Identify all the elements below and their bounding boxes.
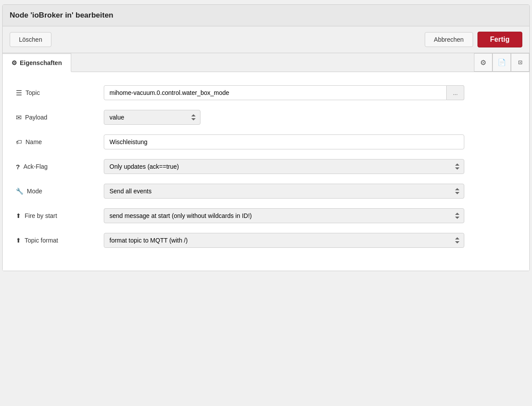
format-select[interactable]: format topic to MQTT (with /) use ioBrok… — [104, 233, 464, 248]
fire-control: send message at start (only without wild… — [104, 208, 464, 223]
tab-icon-note-button[interactable]: 📄 — [492, 53, 511, 72]
payload-row: Payload value JSON Buffer String — [16, 110, 516, 125]
ack-icon: ? — [16, 163, 20, 170]
mode-label: 🔧 Mode — [16, 188, 104, 195]
tab-properties[interactable]: Eigenschaften — [3, 53, 71, 72]
ack-select[interactable]: Only updates (ack==true) All changes All… — [104, 159, 464, 174]
tab-properties-label: Eigenschaften — [20, 59, 62, 66]
topic-icon — [16, 89, 22, 97]
fire-label-text: Fire by start — [25, 212, 57, 219]
format-row: ⬆ Topic format format topic to MQTT (wit… — [16, 233, 516, 248]
tab-icon-frame-button[interactable]: ⊡ — [511, 53, 529, 72]
toolbar: Löschen Abbrechen Fertig — [3, 26, 529, 53]
ack-label: ? Ack-Flag — [16, 163, 104, 170]
name-row: 🏷 Name — [16, 134, 516, 149]
mode-label-text: Mode — [27, 188, 42, 195]
tab-gear-icon — [480, 58, 486, 67]
mode-control: Send all events Send only changes Send o… — [104, 184, 464, 199]
tab-frame-icon: ⊡ — [518, 58, 522, 66]
ack-row: ? Ack-Flag Only updates (ack==true) All … — [16, 159, 516, 174]
topic-control: ... — [104, 85, 464, 100]
name-label: 🏷 Name — [16, 138, 104, 145]
title-bar: Node 'ioBroker in' bearbeiten — [3, 5, 529, 26]
mode-row: 🔧 Mode Send all events Send only changes… — [16, 184, 516, 199]
ack-control: Only updates (ack==true) All changes All… — [104, 159, 464, 174]
tab-properties-gear-icon — [11, 59, 17, 66]
payload-label: Payload — [16, 113, 104, 122]
ack-label-text: Ack-Flag — [23, 163, 47, 170]
payload-label-text: Payload — [25, 114, 47, 121]
topic-input[interactable] — [104, 85, 447, 100]
fire-select[interactable]: send message at start (only without wild… — [104, 208, 464, 223]
topic-browse-button[interactable]: ... — [447, 85, 464, 100]
dialog-title: Node 'ioBroker in' bearbeiten — [10, 11, 522, 20]
format-control: format topic to MQTT (with /) use ioBrok… — [104, 233, 464, 248]
name-label-text: Name — [26, 138, 42, 145]
mode-select[interactable]: Send all events Send only changes Send o… — [104, 184, 464, 199]
fire-row: ⬆ Fire by start send message at start (o… — [16, 208, 516, 223]
mode-icon: 🔧 — [16, 188, 23, 195]
form-area: Topic ... Payload value JSON Buffer S — [3, 72, 529, 271]
payload-icon — [16, 113, 22, 122]
topic-label: Topic — [16, 89, 104, 97]
tabs-bar: Eigenschaften 📄 ⊡ — [3, 53, 529, 72]
done-button[interactable]: Fertig — [477, 32, 522, 47]
fire-label: ⬆ Fire by start — [16, 212, 104, 219]
payload-control: value JSON Buffer String — [104, 110, 464, 125]
name-input[interactable] — [104, 134, 464, 149]
dialog: Node 'ioBroker in' bearbeiten Löschen Ab… — [2, 4, 530, 271]
tab-note-icon: 📄 — [498, 58, 506, 66]
topic-input-group: ... — [104, 85, 464, 100]
tab-icon-gear-button[interactable] — [474, 53, 492, 72]
payload-select[interactable]: value JSON Buffer String — [104, 110, 200, 125]
topic-row: Topic ... — [16, 85, 516, 100]
tabs-icon-buttons: 📄 ⊡ — [474, 53, 529, 72]
format-label-text: Topic format — [25, 237, 58, 244]
fire-icon: ⬆ — [16, 212, 21, 219]
format-label: ⬆ Topic format — [16, 237, 104, 244]
format-icon: ⬆ — [16, 237, 21, 244]
name-control — [104, 134, 464, 149]
name-icon: 🏷 — [16, 138, 22, 145]
topic-label-text: Topic — [26, 89, 40, 96]
cancel-button[interactable]: Abbrechen — [425, 32, 473, 47]
delete-button[interactable]: Löschen — [10, 32, 51, 47]
